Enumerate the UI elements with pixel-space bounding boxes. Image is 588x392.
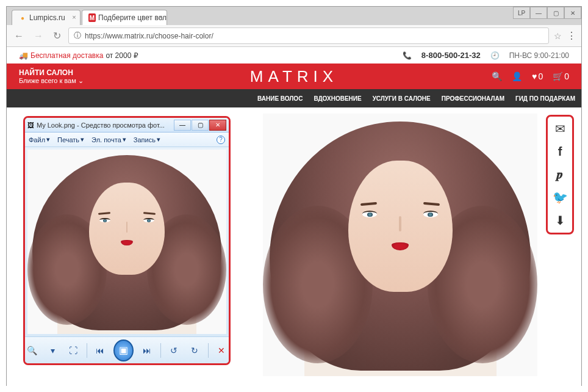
delivery-prefix: Бесплатная доставка <box>30 51 103 60</box>
menu-icon[interactable]: ⋮ <box>567 30 576 42</box>
top-info-bar: 🚚 Бесплатная доставка от 2000 ₽ 📞 8-800-… <box>7 47 581 64</box>
nav-item[interactable]: УСЛУГИ В САЛОНЕ <box>373 95 431 102</box>
tab-strip: ● Lumpics.ru × M Подберите цвет волос × <box>7 7 581 25</box>
url-text: https://www.matrix.ru/choose-hair-color/ <box>85 32 213 40</box>
chevron-down-icon: ▾ <box>157 136 160 143</box>
close-button[interactable]: ✕ <box>564 7 581 19</box>
chevron-down-icon: ▾ <box>123 136 126 143</box>
hours-text: ПН-ВС 9:00-21:00 <box>509 51 569 60</box>
menu-file[interactable]: Файл ▾ <box>29 136 50 143</box>
slideshow-button[interactable]: ▣ <box>113 339 134 361</box>
photo-viewer-window: 🖼 My Look.png - Средство просмотра фот..… <box>23 116 231 365</box>
truck-icon: 🚚 <box>19 51 28 60</box>
site-logo[interactable]: MATRIX <box>250 67 338 86</box>
salon-subtitle: Ближе всего к вам <box>19 77 76 84</box>
currency: ₽ <box>134 51 138 60</box>
email-icon[interactable]: ✉ <box>555 122 565 136</box>
browser-tab-0[interactable]: ● Lumpics.ru × <box>12 10 81 25</box>
delivery-text: 🚚 Бесплатная доставка от 2000 ₽ <box>19 51 138 60</box>
viewer-toolbar: 🔍 ▾ ⛶ ⏮ ▣ ⏭ ↺ ↻ ✕ <box>25 336 229 363</box>
back-button[interactable]: ← <box>12 29 26 43</box>
minimize-button[interactable]: — <box>530 7 547 19</box>
browser-tab-1[interactable]: M Подберите цвет волос × <box>82 10 167 25</box>
phone-number: 8-800-500-21-32 <box>421 51 481 60</box>
nav-item[interactable]: ГИД ПО ПОДАРКАМ <box>515 95 575 102</box>
model-photo <box>263 114 537 376</box>
address-bar: ← → ↻ ⓘ https://www.matrix.ru/choose-hai… <box>7 25 581 47</box>
nav-item[interactable]: ВДОХНОВЕНИЕ <box>314 95 361 102</box>
find-salon[interactable]: НАЙТИ САЛОН Ближе всего к вам ⌄ <box>19 68 84 85</box>
delete-icon[interactable]: ✕ <box>214 343 229 358</box>
viewer-menubar: Файл ▾ Печать ▾ Эл. почта ▾ Запись ▾ ? <box>25 132 229 147</box>
menu-email[interactable]: Эл. почта ▾ <box>91 136 126 143</box>
account-badge[interactable]: LP <box>513 7 530 19</box>
share-sidebar: ✉ f 𝒑 🐦 ⬇ <box>546 115 574 234</box>
tab-label: Lumpics.ru <box>29 13 65 22</box>
prev-icon[interactable]: ⏮ <box>93 343 108 358</box>
favicon-icon: ● <box>18 13 27 22</box>
tab-label: Подберите цвет волос <box>98 13 167 22</box>
window-controls: LP — ▢ ✕ <box>513 7 581 19</box>
twitter-icon[interactable]: 🐦 <box>553 190 568 205</box>
main-nav: ВАНИЕ ВОЛОС ВДОХНОВЕНИЕ УСЛУГИ В САЛОНЕ … <box>7 89 581 107</box>
clock-icon: 🕘 <box>490 51 500 60</box>
phone-icon: 📞 <box>403 51 412 60</box>
account-icon[interactable]: 👤 <box>512 71 522 81</box>
salon-title: НАЙТИ САЛОН <box>19 68 84 77</box>
next-icon[interactable]: ⏭ <box>140 343 154 358</box>
zoom-icon[interactable]: 🔍 <box>25 343 40 358</box>
app-icon: 🖼 <box>27 122 34 129</box>
delivery-amount: от 2000 <box>106 51 131 60</box>
cart-count: 0 <box>564 71 569 81</box>
menu-burn[interactable]: Запись ▾ <box>134 136 160 143</box>
chevron-down-icon: ⌄ <box>78 77 84 84</box>
maximize-button[interactable]: ▢ <box>547 7 564 19</box>
facebook-icon[interactable]: f <box>558 145 562 159</box>
viewer-close-button[interactable]: ✕ <box>209 120 226 131</box>
rotate-left-icon[interactable]: ↺ <box>167 343 181 358</box>
fit-icon[interactable]: ⛶ <box>66 343 81 358</box>
download-icon[interactable]: ⬇ <box>555 213 565 228</box>
cart-button[interactable]: 🛒0 <box>553 71 569 81</box>
viewer-title: My Look.png - Средство просмотра фот... <box>37 122 173 129</box>
viewer-titlebar[interactable]: 🖼 My Look.png - Средство просмотра фот..… <box>25 118 229 132</box>
chevron-down-icon: ▾ <box>81 136 84 143</box>
chevron-down-icon: ▾ <box>46 136 50 143</box>
fav-count: 0 <box>538 71 543 81</box>
menu-print[interactable]: Печать ▾ <box>57 136 84 143</box>
url-input[interactable]: ⓘ https://www.matrix.ru/choose-hair-colo… <box>68 27 549 44</box>
close-icon[interactable]: × <box>159 13 162 21</box>
viewer-minimize-button[interactable]: — <box>174 120 191 131</box>
close-icon[interactable]: × <box>72 13 76 21</box>
rotate-right-icon[interactable]: ↻ <box>187 343 202 358</box>
bookmark-icon[interactable]: ☆ <box>554 31 562 41</box>
favicon-icon: M <box>88 13 96 22</box>
pinterest-icon[interactable]: 𝒑 <box>557 167 563 181</box>
header-actions: 🔍 👤 ♥0 🛒0 <box>492 71 569 81</box>
forward-button[interactable]: → <box>31 29 46 43</box>
help-icon[interactable]: ? <box>217 136 225 144</box>
chevron-down-icon[interactable]: ▾ <box>46 343 60 358</box>
viewer-canvas <box>25 147 229 336</box>
info-icon: ⓘ <box>74 31 81 41</box>
reload-button[interactable]: ↻ <box>51 29 63 43</box>
nav-item[interactable]: ПРОФЕССИОНАЛАМ <box>442 95 504 102</box>
nav-item[interactable]: ВАНИЕ ВОЛОС <box>257 95 303 102</box>
favorites-button[interactable]: ♥0 <box>532 71 543 81</box>
viewed-image <box>27 150 226 334</box>
search-icon[interactable]: 🔍 <box>492 71 502 81</box>
viewer-maximize-button[interactable]: ▢ <box>192 120 209 131</box>
site-header: НАЙТИ САЛОН Ближе всего к вам ⌄ MATRIX 🔍… <box>7 64 581 89</box>
